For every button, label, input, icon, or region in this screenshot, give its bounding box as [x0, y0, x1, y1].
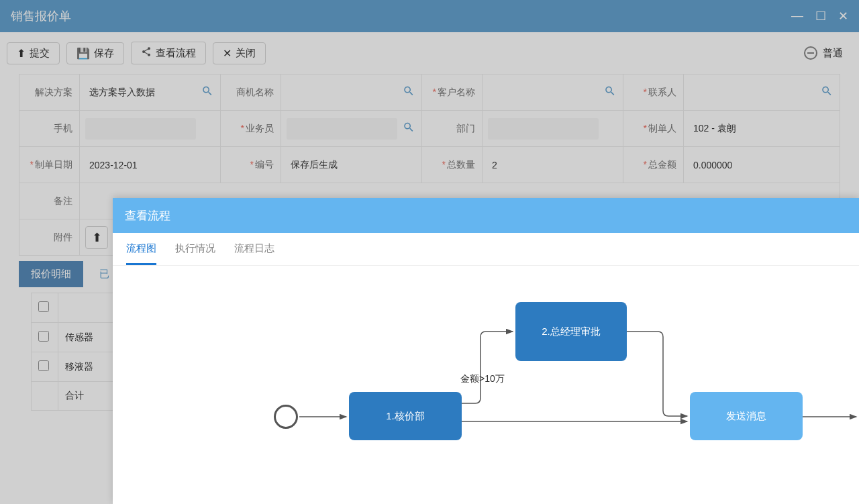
flow-start-node[interactable] — [274, 405, 298, 429]
flow-modal: 查看流程 流程图 执行情况 流程日志 — [113, 198, 859, 504]
flow-node-1[interactable]: 1.核价部 — [349, 392, 462, 440]
flow-node-2[interactable]: 2.总经理审批 — [515, 302, 627, 361]
flow-canvas: 1.核价部 2.总经理审批 发送消息 金额>10万 — [113, 266, 859, 494]
modal-title: 查看流程 — [113, 198, 859, 233]
modal-tab-flowchart[interactable]: 流程图 — [126, 242, 156, 265]
modal-tab-log[interactable]: 流程日志 — [234, 242, 274, 265]
flow-condition-label: 金额>10万 — [460, 373, 505, 385]
modal-tabs: 流程图 执行情况 流程日志 — [113, 233, 859, 266]
flow-node-3[interactable]: 发送消息 — [690, 392, 803, 440]
modal-tab-execution[interactable]: 执行情况 — [175, 242, 215, 265]
